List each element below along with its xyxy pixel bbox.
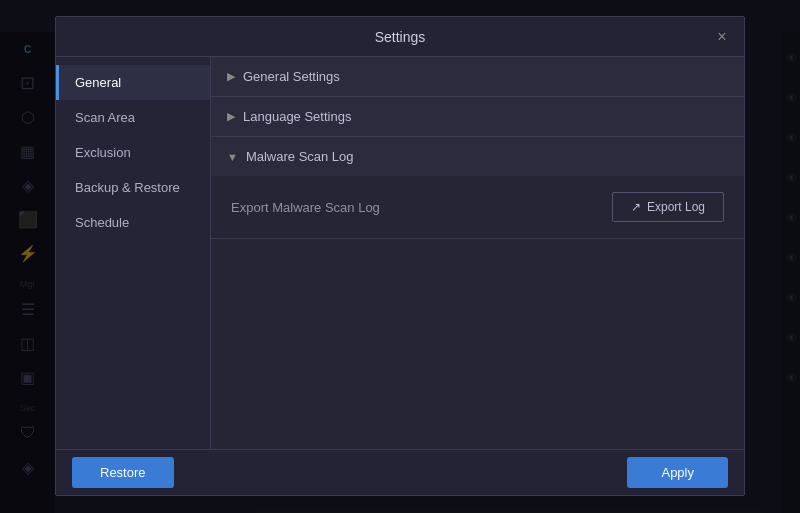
modal-title: Settings (375, 29, 426, 45)
chevron-right-icon-language: ▶ (227, 110, 235, 123)
settings-modal: Settings × General Scan Area Exclusion B… (55, 16, 745, 496)
settings-content-area: ▶ General Settings ▶ Language Settings ▼… (211, 57, 744, 449)
nav-item-schedule[interactable]: Schedule (56, 205, 210, 240)
restore-button[interactable]: Restore (72, 457, 174, 488)
modal-header: Settings × (56, 17, 744, 57)
nav-item-backup-restore[interactable]: Backup & Restore (56, 170, 210, 205)
accordion-language-settings-header[interactable]: ▶ Language Settings (211, 97, 744, 136)
empty-content-area (211, 239, 744, 449)
chevron-down-icon-malware: ▼ (227, 151, 238, 163)
modal-body: General Scan Area Exclusion Backup & Res… (56, 57, 744, 449)
accordion-general-settings-label: General Settings (243, 69, 340, 84)
accordion-language-settings-label: Language Settings (243, 109, 351, 124)
modal-close-button[interactable]: × (712, 27, 732, 47)
nav-item-scan-area[interactable]: Scan Area (56, 100, 210, 135)
accordion-language-settings: ▶ Language Settings (211, 97, 744, 137)
export-row: Export Malware Scan Log ↗ Export Log (231, 192, 724, 222)
settings-navigation: General Scan Area Exclusion Backup & Res… (56, 57, 211, 449)
export-log-button[interactable]: ↗ Export Log (612, 192, 724, 222)
nav-item-general[interactable]: General (56, 65, 210, 100)
accordion-general-settings-header[interactable]: ▶ General Settings (211, 57, 744, 96)
accordion-malware-scan-log: ▼ Malware Scan Log Export Malware Scan L… (211, 137, 744, 239)
export-log-button-label: Export Log (647, 200, 705, 214)
accordion-malware-body: Export Malware Scan Log ↗ Export Log (211, 176, 744, 238)
accordion-malware-scan-log-header[interactable]: ▼ Malware Scan Log (211, 137, 744, 176)
apply-button[interactable]: Apply (627, 457, 728, 488)
accordion-malware-scan-log-label: Malware Scan Log (246, 149, 354, 164)
accordion-general-settings: ▶ General Settings (211, 57, 744, 97)
export-icon: ↗ (631, 200, 641, 214)
nav-item-exclusion[interactable]: Exclusion (56, 135, 210, 170)
modal-footer: Restore Apply (56, 449, 744, 495)
chevron-right-icon-general: ▶ (227, 70, 235, 83)
export-malware-log-label: Export Malware Scan Log (231, 200, 380, 215)
